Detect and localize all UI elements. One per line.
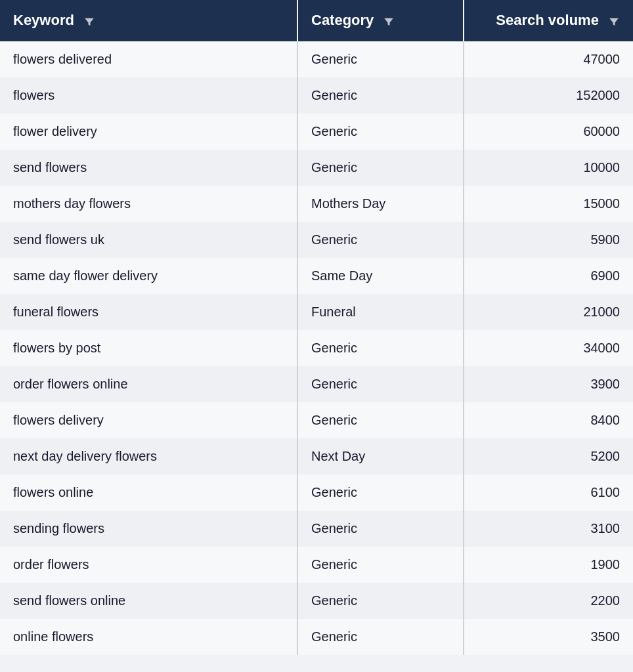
keyword-cell: funeral flowers [0,294,297,330]
volume-cell: 3100 [464,511,633,547]
category-cell: Generic [297,474,464,511]
keyword-cell: order flowers online [0,366,297,402]
table-row: flowers by postGeneric34000 [0,330,633,366]
category-cell: Generic [297,41,464,77]
keyword-cell: flowers delivery [0,402,297,438]
category-cell: Generic [297,150,464,186]
category-cell: Generic [297,583,464,619]
category-filter-icon[interactable] [383,12,395,30]
category-cell: Same Day [297,258,464,294]
category-cell: Generic [297,330,464,366]
category-cell: Generic [297,547,464,583]
table-row: flowers onlineGeneric6100 [0,474,633,511]
volume-cell: 47000 [464,41,633,77]
table-row: flower deliveryGeneric60000 [0,114,633,150]
volume-column-header: Search volume [464,0,633,41]
volume-cell: 5200 [464,438,633,474]
keyword-cell: flower delivery [0,114,297,150]
keyword-cell: next day delivery flowers [0,438,297,474]
table-row: flowers deliveryGeneric8400 [0,402,633,438]
keyword-cell: send flowers uk [0,222,297,258]
volume-cell: 1900 [464,547,633,583]
table-row: funeral flowersFuneral21000 [0,294,633,330]
volume-cell: 152000 [464,77,633,114]
keyword-cell: same day flower delivery [0,258,297,294]
category-cell: Generic [297,619,464,655]
table-row: next day delivery flowersNext Day5200 [0,438,633,474]
volume-cell: 2200 [464,583,633,619]
keyword-cell: flowers online [0,474,297,511]
volume-cell: 3500 [464,619,633,655]
category-cell: Generic [297,511,464,547]
volume-cell: 60000 [464,114,633,150]
table-row: order flowers onlineGeneric3900 [0,366,633,402]
volume-filter-icon[interactable] [608,12,620,30]
table-row: send flowersGeneric10000 [0,150,633,186]
volume-header-label: Search volume [496,12,599,28]
category-header-label: Category [311,12,374,28]
keyword-cell: sending flowers [0,511,297,547]
volume-cell: 6100 [464,474,633,511]
category-cell: Mothers Day [297,186,464,222]
volume-cell: 10000 [464,150,633,186]
table-row: online flowersGeneric3500 [0,619,633,655]
keyword-cell: send flowers [0,150,297,186]
volume-cell: 6900 [464,258,633,294]
keyword-cell: flowers by post [0,330,297,366]
keyword-filter-icon[interactable] [83,12,95,30]
category-cell: Generic [297,402,464,438]
category-cell: Generic [297,222,464,258]
category-cell: Next Day [297,438,464,474]
keyword-cell: flowers delivered [0,41,297,77]
keyword-cell: mothers day flowers [0,186,297,222]
data-table: Keyword Category S [0,0,633,655]
volume-cell: 21000 [464,294,633,330]
table-row: send flowers onlineGeneric2200 [0,583,633,619]
keyword-cell: send flowers online [0,583,297,619]
volume-cell: 8400 [464,402,633,438]
keyword-cell: flowers [0,77,297,114]
volume-cell: 5900 [464,222,633,258]
table-row: mothers day flowersMothers Day15000 [0,186,633,222]
category-cell: Generic [297,77,464,114]
category-column-header: Category [297,0,464,41]
table-row: send flowers ukGeneric5900 [0,222,633,258]
keyword-column-header: Keyword [0,0,297,41]
table-row: sending flowersGeneric3100 [0,511,633,547]
category-cell: Generic [297,366,464,402]
volume-cell: 34000 [464,330,633,366]
keyword-header-label: Keyword [13,12,74,28]
volume-cell: 3900 [464,366,633,402]
table-row: flowers deliveredGeneric47000 [0,41,633,77]
keyword-cell: order flowers [0,547,297,583]
table-row: flowersGeneric152000 [0,77,633,114]
table-row: same day flower deliverySame Day6900 [0,258,633,294]
volume-cell: 15000 [464,186,633,222]
category-cell: Generic [297,114,464,150]
category-cell: Funeral [297,294,464,330]
table-row: order flowersGeneric1900 [0,547,633,583]
keyword-cell: online flowers [0,619,297,655]
